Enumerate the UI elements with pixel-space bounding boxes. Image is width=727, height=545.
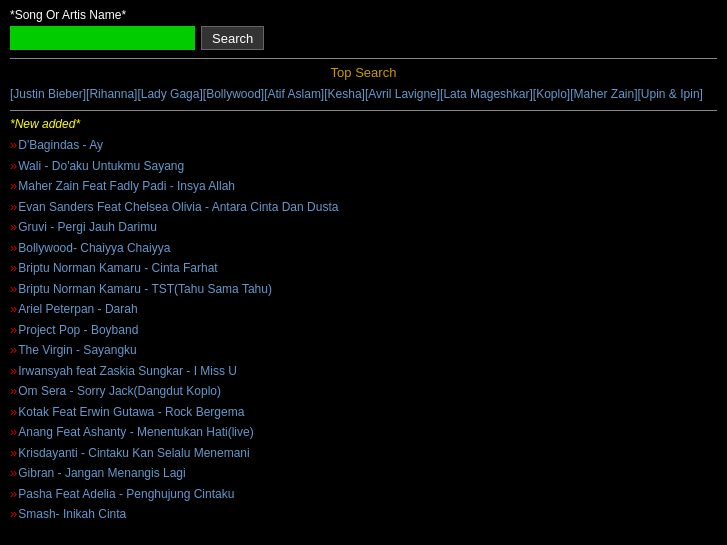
bullet-icon: » [10, 383, 17, 398]
bullet-icon: » [10, 260, 17, 275]
bullet-icon: » [10, 465, 17, 480]
divider-2 [10, 110, 717, 111]
song-list: »D'Bagindas - Ay»Wali - Do'aku Untukmu S… [10, 135, 717, 524]
song-link[interactable]: Kotak Feat Erwin Gutawa - Rock Bergema [18, 405, 244, 419]
top-search-link-ladygaga[interactable]: [Lady Gaga] [137, 87, 202, 101]
list-item[interactable]: »Kotak Feat Erwin Gutawa - Rock Bergema [10, 402, 717, 422]
song-link[interactable]: Maher Zain Feat Fadly Padi - Insya Allah [18, 179, 235, 193]
bullet-icon: » [10, 363, 17, 378]
top-search-link-atif[interactable]: [Atif Aslam] [264, 87, 324, 101]
bullet-icon: » [10, 322, 17, 337]
bullet-icon: » [10, 342, 17, 357]
new-added-label: *New added* [10, 117, 717, 131]
bullet-icon: » [10, 281, 17, 296]
list-item[interactable]: »Briptu Norman Kamaru - Cinta Farhat [10, 258, 717, 278]
bullet-icon: » [10, 158, 17, 173]
song-link[interactable]: Om Sera - Sorry Jack(Dangdut Koplo) [18, 384, 221, 398]
song-link[interactable]: Wali - Do'aku Untukmu Sayang [18, 159, 184, 173]
top-search-links[interactable]: [Justin Bieber][Rihanna][Lady Gaga][Boll… [10, 85, 717, 104]
song-link[interactable]: Irwansyah feat Zaskia Sungkar - I Miss U [18, 364, 237, 378]
list-item[interactable]: »Evan Sanders Feat Chelsea Olivia - Anta… [10, 197, 717, 217]
song-link[interactable]: Ariel Peterpan - Darah [18, 302, 137, 316]
divider-1 [10, 58, 717, 59]
list-item[interactable]: »Project Pop - Boyband [10, 320, 717, 340]
bullet-icon: » [10, 445, 17, 460]
top-search-link-bollywood[interactable]: [Bollywood] [203, 87, 264, 101]
bullet-icon: » [10, 178, 17, 193]
song-link[interactable]: The Virgin - Sayangku [18, 343, 137, 357]
search-button[interactable]: Search [201, 26, 264, 50]
list-item[interactable]: »Gruvi - Pergi Jauh Darimu [10, 217, 717, 237]
bullet-icon: » [10, 240, 17, 255]
song-link[interactable]: Evan Sanders Feat Chelsea Olivia - Antar… [18, 200, 338, 214]
top-search-link-avril[interactable]: [Avril Lavigne] [365, 87, 440, 101]
top-search-link-lata[interactable]: [Lata Mageshkar] [440, 87, 533, 101]
song-link[interactable]: Krisdayanti - Cintaku Kan Selalu Meneman… [18, 446, 249, 460]
list-item[interactable]: »Pasha Feat Adelia - Penghujung Cintaku [10, 484, 717, 504]
song-link[interactable]: Bollywood- Chaiyya Chaiyya [18, 241, 170, 255]
list-item[interactable]: »Gibran - Jangan Menangis Lagi [10, 463, 717, 483]
song-link[interactable]: Gruvi - Pergi Jauh Darimu [18, 220, 157, 234]
bullet-icon: » [10, 404, 17, 419]
top-search-link-kesha[interactable]: [Kesha] [324, 87, 365, 101]
song-link[interactable]: Gibran - Jangan Menangis Lagi [18, 466, 185, 480]
bullet-icon: » [10, 301, 17, 316]
song-link[interactable]: Anang Feat Ashanty - Menentukan Hati(liv… [18, 425, 253, 439]
bullet-icon: » [10, 506, 17, 521]
song-link[interactable]: Briptu Norman Kamaru - Cinta Farhat [18, 261, 217, 275]
bullet-icon: » [10, 486, 17, 501]
list-item[interactable]: »Anang Feat Ashanty - Menentukan Hati(li… [10, 422, 717, 442]
song-link[interactable]: Pasha Feat Adelia - Penghujung Cintaku [18, 487, 234, 501]
bullet-icon: » [10, 137, 17, 152]
list-item[interactable]: »Maher Zain Feat Fadly Padi - Insya Alla… [10, 176, 717, 196]
top-search-link-upin[interactable]: [Upin & Ipin] [638, 87, 703, 101]
top-search-link-justin[interactable]: [Justin Bieber] [10, 87, 86, 101]
top-search-link-rihanna[interactable]: [Rihanna] [86, 87, 137, 101]
list-item[interactable]: »D'Bagindas - Ay [10, 135, 717, 155]
search-input[interactable] [10, 26, 195, 50]
list-item[interactable]: »Krisdayanti - Cintaku Kan Selalu Menema… [10, 443, 717, 463]
top-search-link-maher[interactable]: [Maher Zain] [570, 87, 637, 101]
list-item[interactable]: »Smash- Inikah Cinta [10, 504, 717, 524]
list-item[interactable]: »Om Sera - Sorry Jack(Dangdut Koplo) [10, 381, 717, 401]
list-item[interactable]: »Wali - Do'aku Untukmu Sayang [10, 156, 717, 176]
list-item[interactable]: »Bollywood- Chaiyya Chaiyya [10, 238, 717, 258]
bullet-icon: » [10, 219, 17, 234]
song-link[interactable]: Briptu Norman Kamaru - TST(Tahu Sama Tah… [18, 282, 272, 296]
song-link[interactable]: D'Bagindas - Ay [18, 138, 103, 152]
song-link[interactable]: Project Pop - Boyband [18, 323, 138, 337]
top-search-link-koplo[interactable]: [Koplo] [533, 87, 570, 101]
bullet-icon: » [10, 424, 17, 439]
list-item[interactable]: »The Virgin - Sayangku [10, 340, 717, 360]
list-item[interactable]: »Ariel Peterpan - Darah [10, 299, 717, 319]
top-search-heading: Top Search [10, 65, 717, 80]
list-item[interactable]: »Irwansyah feat Zaskia Sungkar - I Miss … [10, 361, 717, 381]
search-label: *Song Or Artis Name* [10, 8, 717, 22]
bullet-icon: » [10, 199, 17, 214]
list-item[interactable]: »Briptu Norman Kamaru - TST(Tahu Sama Ta… [10, 279, 717, 299]
song-link[interactable]: Smash- Inikah Cinta [18, 507, 126, 521]
